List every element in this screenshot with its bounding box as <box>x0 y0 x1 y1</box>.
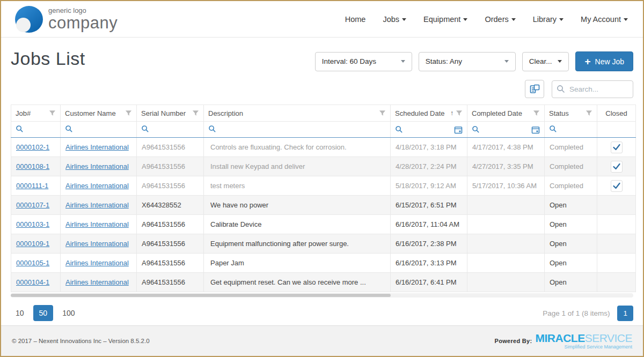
customer-link[interactable]: Airlines International <box>65 143 129 151</box>
job-number-link[interactable]: 0000111-1 <box>16 182 48 190</box>
search-icon[interactable] <box>472 125 480 133</box>
plus-icon: + <box>584 56 590 66</box>
filter-description-cell[interactable] <box>204 122 391 138</box>
column-header-customer[interactable]: Customer Name <box>61 105 137 122</box>
job-number-link[interactable]: 0000102-1 <box>16 143 49 151</box>
job-number-link[interactable]: 0000103-1 <box>16 220 49 228</box>
check-icon <box>612 182 621 190</box>
description-cell: Calibrate Device <box>204 215 391 234</box>
customer-link[interactable]: Airlines International <box>65 220 129 228</box>
customer-link[interactable]: Airlines International <box>65 182 129 190</box>
column-header-status[interactable]: Status <box>545 105 597 122</box>
filter-funnel-icon[interactable] <box>49 110 56 116</box>
horizontal-scrollbar[interactable] <box>11 293 633 298</box>
filter-closed-cell[interactable] <box>597 122 636 138</box>
table-row[interactable]: 0000102-1 Airlines International A964153… <box>11 138 636 157</box>
column-chooser-button[interactable] <box>525 80 544 98</box>
calendar-icon[interactable] <box>454 125 463 134</box>
scheduled-date-cell: 6/16/2017, 11:04 AM <box>391 215 467 234</box>
nav-item-equipment[interactable]: Equipment <box>423 15 467 24</box>
filter-funnel-icon[interactable] <box>125 110 132 116</box>
page-size-50[interactable]: 50 <box>33 305 54 321</box>
interval-select[interactable]: Interval: 60 Days <box>315 52 412 71</box>
scheduled-date-cell: 6/16/2017, 2:38 PM <box>391 234 467 254</box>
new-job-button[interactable]: + New Job <box>575 51 633 71</box>
description-cell: Controls are fluxuating. Check for corro… <box>204 138 391 157</box>
filter-scheduled-cell[interactable] <box>391 122 467 138</box>
completed-date-cell: 5/17/2017, 10:36 AM <box>467 176 545 196</box>
customer-link[interactable]: Airlines International <box>65 259 129 267</box>
search-box <box>552 80 633 98</box>
check-icon <box>612 163 621 170</box>
description-cell: Install new Keypad and deliver <box>204 157 391 176</box>
filter-status-cell[interactable] <box>545 122 597 138</box>
filter-job-cell[interactable] <box>11 122 61 138</box>
nav-item-library[interactable]: Library <box>533 15 564 24</box>
filter-funnel-icon[interactable] <box>379 110 386 116</box>
closed-checkbox[interactable] <box>611 180 623 192</box>
status-cell: Completed <box>545 157 597 176</box>
table-row[interactable]: 0000107-1 Airlines International X644328… <box>11 196 636 215</box>
description-cell: We have no power <box>204 196 391 215</box>
table-row[interactable]: 0000109-1 Airlines International A964153… <box>11 234 636 254</box>
search-icon[interactable] <box>549 125 557 133</box>
status-cell: Completed <box>545 176 597 196</box>
copyright-text: © 2017 – Nexent Innovations Inc – Versio… <box>12 338 150 344</box>
calendar-icon[interactable] <box>531 125 540 134</box>
job-number-link[interactable]: 0000108-1 <box>16 162 49 170</box>
closed-checkbox[interactable] <box>611 161 623 173</box>
column-header-serial[interactable]: Serial Number <box>137 105 204 122</box>
table-row[interactable]: 0000111-1 Airlines International A964153… <box>11 176 636 196</box>
page-1-button[interactable]: 1 <box>617 306 633 321</box>
app-window: generic logo company Home Jobs Equipment… <box>0 0 644 357</box>
search-icon[interactable] <box>208 125 216 133</box>
job-number-link[interactable]: 0000109-1 <box>16 240 49 248</box>
company-logo[interactable]: generic logo company <box>15 6 118 33</box>
search-icon[interactable] <box>65 125 73 133</box>
customer-link[interactable]: Airlines International <box>65 201 129 209</box>
job-number-cell: 0000105-1 <box>11 254 61 273</box>
status-cell: Completed <box>545 138 597 157</box>
completed-date-cell <box>467 234 545 254</box>
status-cell: Open <box>545 273 597 292</box>
scrollbar-thumb[interactable] <box>11 294 391 297</box>
page-size-100[interactable]: 100 <box>57 306 79 321</box>
filter-funnel-icon[interactable] <box>533 110 540 116</box>
job-number-link[interactable]: 0000107-1 <box>16 201 49 209</box>
table-row[interactable]: 0000103-1 Airlines International A964153… <box>11 215 636 234</box>
column-header-description[interactable]: Description <box>204 105 391 122</box>
serial-number-cell: A9641531556 <box>137 157 204 176</box>
table-row[interactable]: 0000108-1 Airlines International A964153… <box>11 157 636 176</box>
serial-number-cell: A9641531556 <box>137 273 204 292</box>
column-header-closed[interactable]: Closed <box>597 105 636 122</box>
page-size-10[interactable]: 10 <box>11 306 29 321</box>
filter-serial-cell[interactable] <box>137 122 204 138</box>
customer-link[interactable]: Airlines International <box>65 162 129 170</box>
nav-item-home[interactable]: Home <box>345 15 366 24</box>
search-icon[interactable] <box>141 125 149 133</box>
filter-funnel-icon[interactable] <box>192 110 199 116</box>
serial-number-cell: A9641531556 <box>137 176 204 196</box>
column-header-scheduled[interactable]: Scheduled Date↑ <box>391 105 467 122</box>
filter-completed-cell[interactable] <box>467 122 545 138</box>
clear-button[interactable]: Clear... <box>522 52 569 71</box>
search-icon[interactable] <box>16 125 24 133</box>
table-row[interactable]: 0000104-1 Airlines International A964153… <box>11 273 636 292</box>
filter-funnel-icon[interactable] <box>586 110 592 116</box>
nav-item-orders[interactable]: Orders <box>485 15 515 24</box>
nav-item-jobs[interactable]: Jobs <box>383 15 406 24</box>
closed-cell <box>597 234 636 254</box>
filter-customer-cell[interactable] <box>61 122 137 138</box>
nav-item-my-account[interactable]: My Account <box>581 15 628 24</box>
column-header-job[interactable]: Job# <box>11 105 61 122</box>
job-number-link[interactable]: 0000105-1 <box>16 259 49 267</box>
job-number-link[interactable]: 0000104-1 <box>16 278 49 286</box>
search-icon[interactable] <box>395 125 403 133</box>
filter-funnel-icon[interactable] <box>456 110 463 116</box>
table-row[interactable]: 0000105-1 Airlines International A964153… <box>11 254 636 273</box>
closed-checkbox[interactable] <box>611 142 623 153</box>
column-header-completed[interactable]: Completed Date <box>467 105 545 122</box>
status-select[interactable]: Status: Any <box>419 52 516 71</box>
customer-link[interactable]: Airlines International <box>65 240 129 248</box>
customer-link[interactable]: Airlines International <box>65 278 129 286</box>
